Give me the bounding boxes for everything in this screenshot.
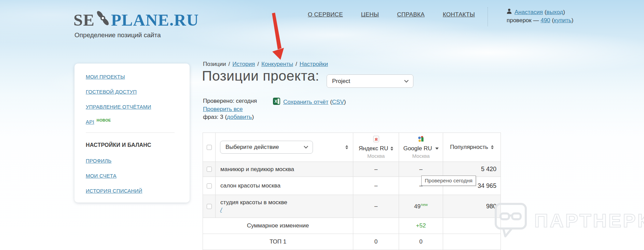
checks-label: проверок — <box>507 17 540 24</box>
new-badge: НОВОЕ <box>97 118 111 122</box>
chevron-down-icon <box>404 78 409 83</box>
table-row: студия красоты в москве / – 49new 980 <box>203 195 501 218</box>
popularity-sort-icon[interactable] <box>491 145 494 149</box>
logout-link[interactable]: выход <box>547 9 563 15</box>
google-summary: +52 <box>399 218 443 234</box>
breadcrumb-separator: / <box>296 61 297 67</box>
google-column-region: Москва <box>412 153 429 159</box>
phrases-count: фраз: 3 <box>203 114 223 120</box>
propeller-icon <box>95 9 111 31</box>
page-title: Позиции проекта: <box>202 68 319 84</box>
project-select-value: Project <box>332 78 350 85</box>
checked-status: Проверено: сегодня <box>203 97 257 105</box>
sidebar-item-profile[interactable]: ПРОФИЛЬ <box>86 158 111 164</box>
sidebar-section-heading: НАСТРОЙКИ И БАЛАНС <box>86 142 151 148</box>
buy-checks-link[interactable]: купить <box>554 17 571 24</box>
popularity-value: 5 420 <box>443 162 501 177</box>
summary-row: ТОП 1 0 0 <box>203 234 501 250</box>
yandex-column-title: Яндекс RU <box>359 145 388 152</box>
chevron-down-icon <box>304 144 308 149</box>
excel-icon[interactable]: X <box>273 98 280 107</box>
logo[interactable]: SE PLANE.RU <box>73 9 199 31</box>
add-phrases-link[interactable]: добавить <box>227 114 252 120</box>
watermark-text: ПАРТНЕРКИН <box>534 209 644 232</box>
table-row: маникюр и педикюр москва – – 5 420 <box>203 162 501 177</box>
popularity-summary <box>443 218 501 234</box>
user-name-link[interactable]: Анастасия <box>515 9 543 15</box>
summary-label: ТОП 1 <box>203 234 353 250</box>
table-header-row: Выберите действие Я <box>203 133 501 162</box>
google-dropdown-arrow-icon[interactable] <box>435 148 439 150</box>
breadcrumb-separator: / <box>257 61 259 67</box>
logo-text-se: SE <box>73 10 95 30</box>
nav-about[interactable]: О СЕРВИСЕ <box>308 11 343 18</box>
row-checkbox[interactable] <box>207 167 212 172</box>
google-position: – <box>399 162 443 177</box>
seoplane-page: SE PLANE.RU Определение позиций сайта О … <box>0 0 644 250</box>
google-summary: 0 <box>399 234 443 250</box>
user-icon <box>507 8 512 16</box>
paren: ) <box>563 9 565 15</box>
nav-contacts[interactable]: КОНТАКТЫ <box>443 11 475 18</box>
summary-row: Суммарное изменение +52 <box>203 218 501 234</box>
red-arrow-annotation <box>266 13 287 61</box>
check-all-link[interactable]: Проверить все <box>203 106 243 112</box>
breadcrumb-competitors[interactable]: Конкуренты <box>261 61 293 67</box>
checks-count-link[interactable]: 490 <box>540 17 550 24</box>
site-tagline: Определение позиций сайта <box>74 31 161 39</box>
user-box: Анастасия(выход) проверок — 490(купить) <box>507 8 573 25</box>
keyword-sort-icon[interactable] <box>345 145 348 149</box>
project-select[interactable]: Project <box>327 74 413 88</box>
paren: ) <box>252 114 254 120</box>
yandex-position: – <box>353 162 399 177</box>
csv-link[interactable]: CSV <box>332 99 344 105</box>
sidebar-item-report-manage[interactable]: УПРАВЛЕНИЕ ОТЧЁТАМИ <box>86 104 151 110</box>
summary-label: Суммарное изменение <box>203 218 353 234</box>
positions-table: Выберите действие Я <box>203 133 501 250</box>
breadcrumb-settings[interactable]: Настройки <box>300 61 328 67</box>
select-all-checkbox[interactable] <box>207 145 212 150</box>
paren: ) <box>572 17 574 24</box>
yandex-column-region: Москва <box>367 153 385 159</box>
save-report-link[interactable]: Сохранить отчёт <box>283 99 328 106</box>
nav-prices[interactable]: ЦЕНЫ <box>361 11 379 18</box>
keyword-cell: салон красоты москва <box>216 177 353 195</box>
keyword-cell: маникюр и педикюр москва <box>216 162 353 177</box>
keyword-url-link[interactable]: / <box>220 207 222 213</box>
header-divider <box>488 7 488 26</box>
sidebar-item-my-accounts[interactable]: МОИ СЧЕТА <box>86 173 117 179</box>
paren: ) <box>344 99 346 105</box>
sidebar-item-api: APIНОВОЕ <box>86 118 111 125</box>
row-checkbox[interactable] <box>207 204 212 209</box>
breadcrumb-history[interactable]: История <box>232 61 255 67</box>
api-link[interactable]: API <box>86 119 94 125</box>
google-position-value: 49 <box>414 203 421 210</box>
row-checkbox[interactable] <box>207 183 212 189</box>
sidebar-item-guest-access[interactable]: ГОСТЕВОЙ ДОСТУП <box>86 89 137 95</box>
yandex-position: – <box>353 177 399 195</box>
google-icon <box>417 136 424 144</box>
popularity-column-title: Популярность <box>450 144 488 151</box>
google-column-title: Google RU <box>403 145 432 152</box>
new-badge: new <box>421 203 428 207</box>
sidebar-divider <box>86 133 175 133</box>
action-select[interactable]: Выберите действие <box>220 141 313 154</box>
sidebar-item-write-history[interactable]: ИСТОРИЯ СПИСАНИЙ <box>86 188 142 194</box>
google-position: 49new <box>399 195 443 218</box>
yandex-sort-icon[interactable] <box>390 147 393 151</box>
sidebar-item-my-projects[interactable]: МОИ ПРОЕКТЫ <box>86 74 125 80</box>
nav-help[interactable]: СПРАВКА <box>397 11 425 18</box>
yandex-summary <box>353 218 399 234</box>
keyword-cell: студия красоты в москве / <box>216 195 353 218</box>
svg-text:X: X <box>274 99 277 104</box>
sidebar: МОИ ПРОЕКТЫ ГОСТЕВОЙ ДОСТУП УПРАВЛЕНИЕ О… <box>74 64 190 203</box>
breadcrumb: Позиции/История/Конкуренты/Настройки <box>203 61 328 68</box>
yandex-position: – <box>353 195 399 218</box>
yandex-summary: 0 <box>353 234 399 250</box>
logo-text-plane: PLANE.RU <box>111 10 199 30</box>
breadcrumb-separator: / <box>229 61 230 67</box>
watermark: ПАРТНЕРКИН <box>494 202 644 239</box>
check-info: Проверено: сегодня Проверить все фраз: 3… <box>203 97 257 121</box>
save-report: X Сохранить отчёт (CSV) <box>273 98 346 107</box>
tooltip-checked-today: Проверено сегодня <box>421 176 476 186</box>
